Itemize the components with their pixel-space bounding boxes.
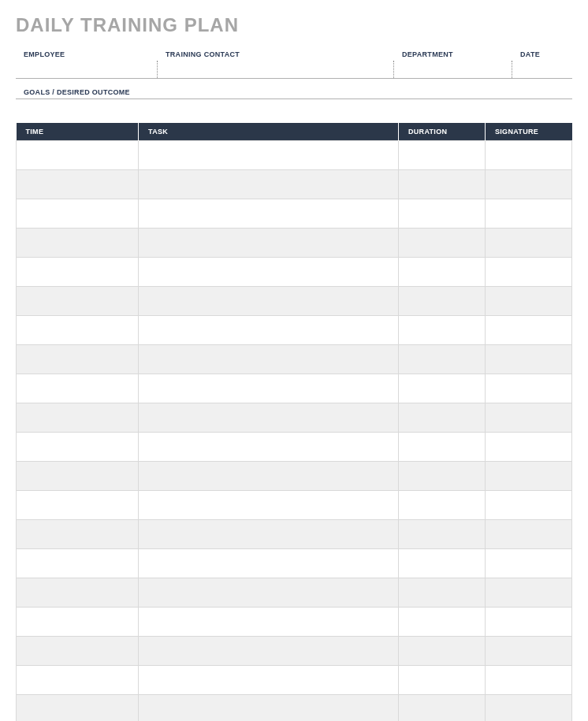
cell-task[interactable] xyxy=(139,403,399,433)
cell-duration[interactable] xyxy=(399,287,486,316)
cell-duration[interactable] xyxy=(399,374,486,403)
cell-task[interactable] xyxy=(139,491,399,520)
cell-duration[interactable] xyxy=(399,345,486,374)
cell-task[interactable] xyxy=(139,462,399,491)
cell-duration[interactable] xyxy=(399,491,486,520)
cell-task[interactable] xyxy=(139,345,399,374)
cell-time[interactable] xyxy=(17,316,139,345)
cell-signature[interactable] xyxy=(486,491,572,520)
cell-time[interactable] xyxy=(17,374,139,403)
cell-signature[interactable] xyxy=(486,578,572,608)
department-cell: DEPARTMENT xyxy=(394,47,512,78)
date-cell: DATE xyxy=(512,47,572,78)
cell-duration[interactable] xyxy=(399,170,486,199)
cell-signature[interactable] xyxy=(486,549,572,578)
table-row xyxy=(17,345,572,374)
cell-duration[interactable] xyxy=(399,199,486,229)
cell-time[interactable] xyxy=(17,229,139,258)
table-row xyxy=(17,549,572,578)
cell-signature[interactable] xyxy=(486,316,572,345)
cell-signature[interactable] xyxy=(486,258,572,287)
cell-duration[interactable] xyxy=(399,433,486,462)
training-contact-value[interactable] xyxy=(158,61,394,78)
cell-time[interactable] xyxy=(17,345,139,374)
cell-signature[interactable] xyxy=(486,287,572,316)
cell-duration[interactable] xyxy=(399,549,486,578)
cell-duration[interactable] xyxy=(399,403,486,433)
cell-duration[interactable] xyxy=(399,608,486,637)
cell-duration[interactable] xyxy=(399,316,486,345)
cell-signature[interactable] xyxy=(486,695,572,722)
table-row xyxy=(17,608,572,637)
cell-task[interactable] xyxy=(139,433,399,462)
cell-task[interactable] xyxy=(139,666,399,695)
header-task: TASK xyxy=(139,123,399,141)
cell-time[interactable] xyxy=(17,637,139,666)
cell-task[interactable] xyxy=(139,549,399,578)
cell-task[interactable] xyxy=(139,695,399,722)
info-row: EMPLOYEE TRAINING CONTACT DEPARTMENT DAT… xyxy=(16,47,572,79)
cell-duration[interactable] xyxy=(399,141,486,170)
cell-task[interactable] xyxy=(139,316,399,345)
cell-time[interactable] xyxy=(17,695,139,722)
cell-time[interactable] xyxy=(17,578,139,608)
table-row xyxy=(17,141,572,170)
cell-signature[interactable] xyxy=(486,374,572,403)
cell-signature[interactable] xyxy=(486,462,572,491)
cell-duration[interactable] xyxy=(399,229,486,258)
cell-time[interactable] xyxy=(17,170,139,199)
table-row xyxy=(17,403,572,433)
header-duration: DURATION xyxy=(399,123,486,141)
cell-time[interactable] xyxy=(17,520,139,549)
cell-signature[interactable] xyxy=(486,141,572,170)
cell-time[interactable] xyxy=(17,491,139,520)
cell-time[interactable] xyxy=(17,462,139,491)
cell-task[interactable] xyxy=(139,608,399,637)
table-row xyxy=(17,374,572,403)
employee-label: EMPLOYEE xyxy=(16,47,158,61)
cell-task[interactable] xyxy=(139,637,399,666)
cell-task[interactable] xyxy=(139,199,399,229)
department-value[interactable] xyxy=(394,61,512,78)
cell-duration[interactable] xyxy=(399,666,486,695)
cell-signature[interactable] xyxy=(486,520,572,549)
cell-signature[interactable] xyxy=(486,608,572,637)
cell-duration[interactable] xyxy=(399,258,486,287)
cell-signature[interactable] xyxy=(486,403,572,433)
date-value[interactable] xyxy=(512,61,572,78)
cell-task[interactable] xyxy=(139,258,399,287)
goals-row: GOALS / DESIRED OUTCOME xyxy=(16,85,572,99)
cell-time[interactable] xyxy=(17,549,139,578)
cell-task[interactable] xyxy=(139,141,399,170)
cell-time[interactable] xyxy=(17,433,139,462)
cell-time[interactable] xyxy=(17,608,139,637)
cell-signature[interactable] xyxy=(486,637,572,666)
cell-signature[interactable] xyxy=(486,345,572,374)
cell-task[interactable] xyxy=(139,287,399,316)
table-row xyxy=(17,170,572,199)
cell-duration[interactable] xyxy=(399,695,486,722)
cell-time[interactable] xyxy=(17,141,139,170)
cell-duration[interactable] xyxy=(399,637,486,666)
cell-time[interactable] xyxy=(17,258,139,287)
cell-duration[interactable] xyxy=(399,578,486,608)
cell-signature[interactable] xyxy=(486,199,572,229)
cell-task[interactable] xyxy=(139,170,399,199)
cell-time[interactable] xyxy=(17,287,139,316)
cell-task[interactable] xyxy=(139,374,399,403)
cell-task[interactable] xyxy=(139,578,399,608)
employee-value[interactable] xyxy=(16,61,158,78)
cell-task[interactable] xyxy=(139,229,399,258)
cell-time[interactable] xyxy=(17,403,139,433)
cell-time[interactable] xyxy=(17,199,139,229)
cell-duration[interactable] xyxy=(399,462,486,491)
cell-time[interactable] xyxy=(17,666,139,695)
cell-signature[interactable] xyxy=(486,433,572,462)
cell-signature[interactable] xyxy=(486,666,572,695)
cell-duration[interactable] xyxy=(399,520,486,549)
department-label: DEPARTMENT xyxy=(394,47,512,61)
cell-signature[interactable] xyxy=(486,170,572,199)
cell-task[interactable] xyxy=(139,520,399,549)
table-row xyxy=(17,578,572,608)
cell-signature[interactable] xyxy=(486,229,572,258)
